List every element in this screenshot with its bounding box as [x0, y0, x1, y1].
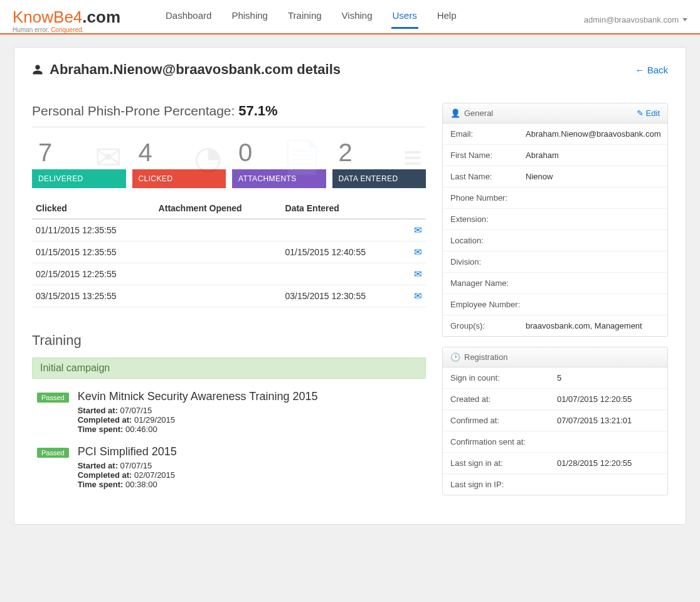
info-value: 01/28/2015 12:20:55 — [557, 458, 660, 468]
table-row: 02/15/2015 12:25:55✉ — [32, 263, 426, 285]
info-row: Extension: — [443, 209, 667, 230]
nav-training[interactable]: Training — [287, 6, 323, 28]
logo-sub-b: Conquered. — [51, 26, 83, 33]
info-value — [526, 236, 660, 245]
campaign-header: Initial campaign — [32, 357, 426, 379]
nav-dashboard[interactable]: Dashboard — [164, 6, 213, 28]
info-value: 5 — [557, 373, 660, 383]
cell-opened — [155, 263, 282, 285]
info-label: Manager Name: — [450, 278, 526, 288]
stat-bg-icon: 📄 — [282, 139, 322, 177]
training-item: PassedPCI Simplified 2015Started at: 07/… — [37, 445, 423, 489]
stat-bg-icon: ✉ — [95, 139, 122, 176]
info-label: Phone Number: — [450, 193, 526, 203]
table-row: 01/11/2015 12:35:55✉ — [32, 219, 426, 241]
top-bar: KnowBe4.com Human error. Conquered. Dash… — [0, 0, 700, 34]
edit-button[interactable]: ✎ Edit — [637, 108, 660, 118]
back-link[interactable]: ← Back — [635, 65, 668, 75]
info-label: Created at: — [450, 394, 557, 404]
page-title-text: Abraham.Nienow@braavosbank.com details — [50, 61, 341, 78]
training-title: Kevin Mitnick Security Awareness Trainin… — [78, 390, 318, 403]
stat-bg-icon: ◔ — [194, 139, 222, 176]
info-value: Abraham — [526, 150, 660, 160]
info-value — [557, 437, 660, 446]
logo-sub-a: Human error. — [13, 26, 49, 33]
logo[interactable]: KnowBe4.com Human error. Conquered. — [13, 9, 120, 33]
cell-entered: 01/15/2015 12:40:55 — [282, 241, 405, 263]
info-value: Nienow — [526, 172, 660, 181]
account-menu[interactable]: admin@braavosbank.com — [584, 15, 687, 24]
info-row: Location: — [443, 230, 667, 251]
info-value: Abraham.Nienow@braavosbank.com — [526, 129, 661, 139]
divider — [32, 127, 426, 127]
info-row: Employee Number: — [443, 294, 667, 315]
info-value — [526, 257, 660, 267]
nav-phishing[interactable]: Phishing — [230, 6, 269, 28]
info-value — [526, 214, 660, 224]
info-value — [526, 300, 660, 309]
cell-clicked: 02/15/2015 12:25:55 — [32, 263, 155, 285]
col-attachment-opened: Attachment Opened — [155, 198, 282, 219]
phishing-events-table: ClickedAttachment OpenedData Entered 01/… — [32, 198, 426, 307]
info-label: Last sign in at: — [450, 458, 557, 468]
back-label: Back — [647, 65, 668, 75]
info-row: Last sign in IP: — [443, 474, 667, 495]
info-value: 07/07/2015 13:21:01 — [557, 416, 660, 425]
cell-entered — [282, 263, 405, 285]
info-label: Location: — [450, 236, 526, 245]
info-label: Last Name: — [450, 172, 526, 181]
info-value — [526, 278, 660, 288]
pencil-icon: ✎ — [637, 108, 644, 118]
registration-panel-title: Registration — [464, 352, 507, 362]
cell-entered — [282, 219, 405, 241]
info-row: Sign in count:5 — [443, 367, 667, 389]
general-panel: 👤General ✎ Edit Email:Abraham.Nienow@bra… — [442, 103, 668, 337]
mail-icon[interactable]: ✉ — [414, 224, 422, 235]
nav-help[interactable]: Help — [436, 6, 458, 28]
status-badge: Passed — [37, 393, 69, 403]
training-title: PCI Simplified 2015 — [78, 445, 177, 458]
table-row: 01/15/2015 12:35:5501/15/2015 12:40:55✉ — [32, 241, 426, 263]
info-label: Email: — [450, 129, 526, 139]
info-label: Extension: — [450, 214, 526, 224]
info-label: Sign in count: — [450, 373, 557, 383]
cell-opened — [155, 285, 282, 307]
info-label: Confirmed at: — [450, 416, 557, 425]
stats-row: ✉7DELIVERED◔4CLICKED📄0ATTACHMENTS≡2DATA … — [32, 136, 426, 188]
mail-icon[interactable]: ✉ — [414, 290, 422, 301]
training-time: Time spent: 00:38:00 — [78, 480, 177, 489]
info-row: Created at:01/07/2015 12:20:55 — [443, 389, 667, 410]
status-badge: Passed — [37, 448, 69, 458]
registration-panel: 🕑Registration Sign in count:5Created at:… — [442, 347, 668, 495]
info-row: Email:Abraham.Nienow@braavosbank.com — [443, 124, 667, 145]
mail-icon[interactable]: ✉ — [414, 246, 422, 257]
general-panel-title: General — [464, 108, 493, 118]
table-row: 03/15/2015 13:25:5503/15/2015 12:30:55✉ — [32, 285, 426, 307]
main-nav: DashboardPhishingTrainingVishingUsersHel… — [164, 6, 458, 33]
cell-entered: 03/15/2015 12:30:55 — [282, 285, 405, 307]
stat-delivered: ✉7DELIVERED — [32, 136, 126, 188]
phish-prone-percentage: Personal Phish-Prone Percentage: 57.1% — [32, 103, 426, 119]
info-value: braavosbank.com, Management — [526, 321, 660, 330]
logo-suffix: .com — [82, 8, 120, 26]
stat-bg-icon: ≡ — [403, 139, 422, 176]
col-data-entered: Data Entered — [282, 198, 405, 219]
info-row: Confirmed at:07/07/2015 13:21:01 — [443, 410, 667, 431]
info-value: 01/07/2015 12:20:55 — [557, 394, 660, 404]
info-label: Division: — [450, 257, 526, 267]
info-label: Group(s): — [450, 321, 526, 330]
clock-icon: 🕑 — [450, 352, 460, 362]
stat-clicked: ◔4CLICKED — [132, 136, 226, 188]
user-icon: 👤 — [450, 108, 460, 118]
nav-users[interactable]: Users — [391, 6, 418, 29]
info-row: Last sign in at:01/28/2015 12:20:55 — [443, 453, 667, 474]
info-label: Last sign in IP: — [450, 480, 557, 489]
nav-vishing[interactable]: Vishing — [341, 6, 374, 28]
training-heading: Training — [32, 332, 426, 349]
info-label: First Name: — [450, 150, 526, 160]
logo-main: KnowBe4 — [13, 8, 82, 26]
mail-icon[interactable]: ✉ — [414, 268, 422, 279]
info-label: Confirmation sent at: — [450, 437, 557, 446]
stat-data-entered: ≡2DATA ENTERED — [332, 136, 427, 188]
info-row: Confirmation sent at: — [443, 431, 667, 453]
